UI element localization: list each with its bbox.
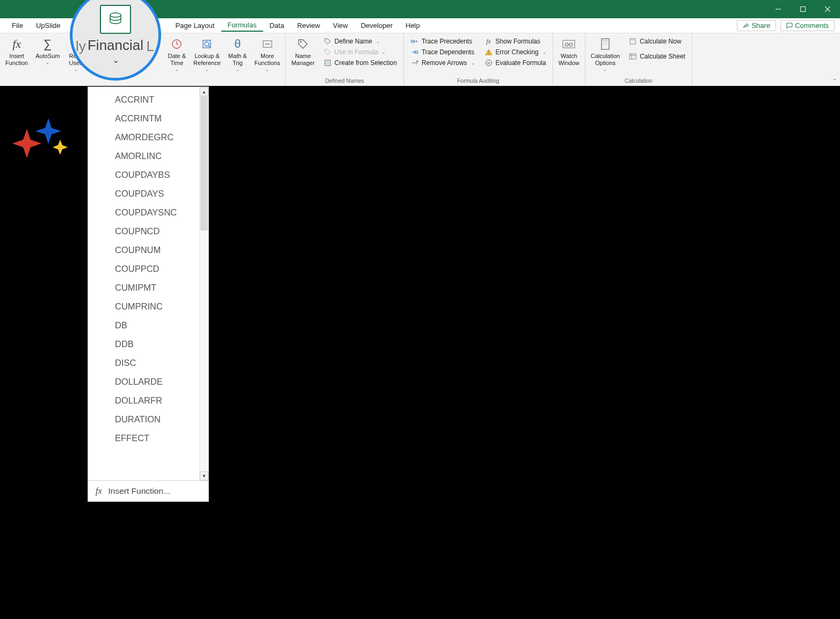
magnifier-right-partial: L: [147, 38, 154, 55]
dropdown-item[interactable]: CUMIPMT: [88, 278, 208, 297]
name-manager-button[interactable]: Name Manager: [289, 34, 316, 67]
database-icon: [100, 5, 131, 34]
calculator-icon: [599, 37, 611, 52]
lookup-icon: [201, 37, 213, 52]
sigma-icon: ∑: [44, 37, 52, 52]
tab-review[interactable]: Review: [291, 20, 327, 31]
svg-text:fx: fx: [487, 61, 490, 66]
remove-arrows-label: Remove Arrows: [422, 59, 467, 67]
insert-function-footer-label: Insert Function...: [108, 486, 170, 496]
dropdown-item[interactable]: AMORDEGRC: [88, 128, 208, 147]
autosum-label: AutoSum⌄: [35, 53, 60, 66]
tab-file[interactable]: File: [5, 20, 30, 31]
dropdown-item[interactable]: AMORLINC: [88, 147, 208, 165]
share-label: Share: [751, 21, 770, 30]
insert-function-button[interactable]: fx Insert Function: [3, 34, 30, 67]
svg-rect-31: [607, 43, 608, 45]
dropdown-item[interactable]: ACCRINTM: [88, 109, 208, 128]
dropdown-item[interactable]: DB: [88, 316, 208, 335]
dropdown-item[interactable]: COUPDAYSNC: [88, 203, 208, 222]
create-from-selection-button[interactable]: Create from Selection: [321, 58, 399, 68]
lookup-reference-label: Lookup & Reference⌄: [193, 53, 221, 73]
dropdown-item[interactable]: COUPPCD: [88, 260, 208, 278]
scroll-thumb[interactable]: [200, 96, 208, 231]
insert-function-label: Insert Function: [5, 53, 28, 67]
chevron-down-icon: ⌄: [382, 50, 386, 55]
function-library-group-label: [3, 77, 282, 85]
dropdown-item[interactable]: DOLLARFR: [88, 391, 208, 410]
calculate-now-label: Calculate Now: [640, 38, 681, 45]
scroll-down-button[interactable]: ▼: [200, 471, 208, 480]
chevron-down-icon: ⌄: [376, 39, 380, 44]
chevron-down-icon: ⌄: [112, 55, 119, 65]
financial-functions-dropdown: ACCRINTACCRINTMAMORDEGRCAMORLINCCOUPDAYB…: [88, 87, 209, 502]
more-functions-button[interactable]: More Functions⌄: [252, 34, 283, 73]
svg-rect-16: [411, 40, 414, 42]
dropdown-item[interactable]: COUPDAYBS: [88, 165, 208, 184]
tab-developer[interactable]: Developer: [354, 20, 399, 31]
lookup-reference-button[interactable]: Lookup & Reference⌄: [191, 34, 223, 73]
trace-precedents-button[interactable]: Trace Precedents: [408, 37, 477, 46]
dropdown-item[interactable]: CUMPRINC: [88, 297, 208, 316]
dropdown-item[interactable]: DDB: [88, 335, 208, 354]
svg-point-12: [268, 44, 270, 45]
magnifier-left-partial: ly: [76, 38, 86, 55]
calculation-group-label: Calculation: [589, 77, 689, 85]
scroll-up-button[interactable]: ▲: [200, 87, 208, 96]
autosum-button[interactable]: ∑ AutoSum⌄: [33, 34, 62, 66]
tab-formulas[interactable]: Formulas: [221, 19, 263, 32]
dropdown-item[interactable]: COUPNUM: [88, 241, 208, 260]
dropdown-item[interactable]: ACCRINT: [88, 90, 208, 109]
theta-icon: θ: [234, 37, 241, 52]
scroll-track[interactable]: [200, 96, 208, 471]
use-in-formula-button[interactable]: Use in Formula ⌄: [321, 47, 399, 57]
calculate-now-button[interactable]: Calculate Now: [626, 37, 687, 46]
ribbon-collapse-button[interactable]: ⌃: [832, 78, 837, 84]
dropdown-item[interactable]: DISC: [88, 354, 208, 372]
math-trig-button[interactable]: θ Math & Trig⌄: [226, 34, 249, 73]
tab-view[interactable]: View: [327, 20, 354, 31]
error-checking-button[interactable]: Error Checking ⌄: [482, 47, 548, 57]
define-name-button[interactable]: Define Name ⌄: [321, 37, 399, 46]
svg-line-8: [208, 46, 210, 47]
clock-icon: [171, 37, 183, 52]
show-formulas-button[interactable]: fx Show Formulas: [482, 37, 548, 46]
trace-dependents-button[interactable]: Trace Dependents: [408, 47, 477, 57]
minimize-button[interactable]: [766, 0, 791, 18]
tab-help[interactable]: Help: [399, 20, 426, 31]
tab-upslide[interactable]: UpSlide: [30, 20, 67, 31]
dropdown-item[interactable]: DOLLARDE: [88, 372, 208, 391]
dropdown-scrollbar[interactable]: ▲ ▼: [199, 87, 208, 480]
tab-data[interactable]: Data: [263, 20, 291, 31]
comments-button[interactable]: Comments: [780, 20, 835, 31]
tab-pagelayout[interactable]: Page Layout: [169, 20, 221, 31]
watch-window-button[interactable]: Watch Window: [556, 34, 582, 67]
dropdown-item[interactable]: COUPDAYS: [88, 184, 208, 203]
svg-rect-24: [563, 40, 575, 48]
calculation-options-button[interactable]: Calculation Options⌄: [589, 34, 622, 73]
calculate-sheet-button[interactable]: Calculate Sheet: [626, 52, 687, 61]
dropdown-item[interactable]: DURATION: [88, 410, 208, 429]
error-checking-label: Error Checking: [496, 48, 539, 56]
comments-label: Comments: [795, 21, 829, 30]
evaluate-formula-button[interactable]: fx Evaluate Formula: [482, 58, 548, 68]
svg-point-21: [488, 54, 489, 54]
svg-point-25: [565, 43, 568, 46]
calculation-group: Calculation Options⌄ Calculate Now Calcu…: [585, 33, 692, 85]
insert-function-menu-item[interactable]: fx Insert Function...: [88, 480, 208, 501]
sparkle-decoration: [11, 118, 70, 161]
comment-icon: [786, 23, 793, 29]
warning-icon: [484, 48, 493, 56]
share-button[interactable]: Share: [737, 20, 776, 31]
name-manager-label: Name Manager: [291, 53, 314, 67]
svg-rect-15: [326, 61, 329, 64]
dropdown-item[interactable]: EFFECT: [88, 429, 208, 448]
date-time-button[interactable]: Date & Time⌄: [165, 34, 188, 73]
calculate-sheet-label: Calculate Sheet: [640, 53, 685, 60]
dropdown-item[interactable]: COUPNCD: [88, 222, 208, 241]
glasses-icon: [562, 37, 576, 52]
close-button[interactable]: [815, 0, 840, 18]
watch-window-group: Watch Window: [553, 33, 585, 85]
maximize-button[interactable]: [791, 0, 815, 18]
remove-arrows-button[interactable]: Remove Arrows ⌄: [408, 58, 477, 68]
